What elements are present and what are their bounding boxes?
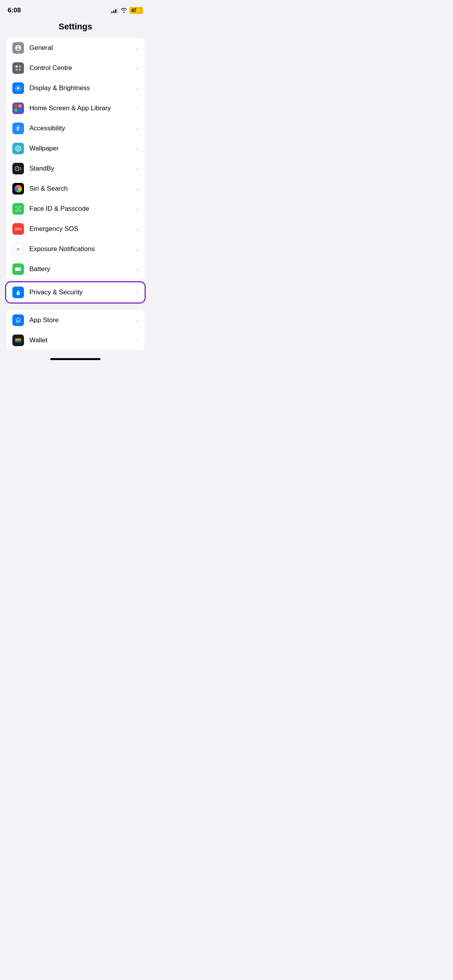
wallpaper-label: Wallpaper xyxy=(29,145,136,152)
svg-rect-3 xyxy=(19,69,21,71)
privacy-security-label: Privacy & Security xyxy=(29,289,136,296)
standby-icon xyxy=(12,163,24,174)
settings-item-standby[interactable]: StandBy › xyxy=(6,159,145,179)
accessibility-label: Accessibility xyxy=(29,125,136,132)
settings-item-general[interactable]: General › xyxy=(6,38,145,58)
svg-rect-21 xyxy=(19,340,21,341)
face-id-label: Face ID & Passcode xyxy=(29,205,136,213)
standby-label: StandBy xyxy=(29,165,136,172)
svg-point-14 xyxy=(20,249,20,249)
settings-item-battery[interactable]: Battery › xyxy=(6,259,145,279)
settings-item-display-brightness[interactable]: Display & Brightness › xyxy=(6,78,145,98)
wallet-label: Wallet xyxy=(29,336,136,344)
wallpaper-icon xyxy=(12,143,24,154)
exposure-icon xyxy=(12,243,24,255)
siri-search-label: Siri & Search xyxy=(29,185,136,193)
emergency-sos-icon: SOS xyxy=(12,223,24,235)
battery-status: 47 xyxy=(129,7,143,14)
settings-item-wallet[interactable]: Wallet › xyxy=(6,330,145,350)
settings-item-accessibility[interactable]: Accessibility › xyxy=(6,118,145,138)
svg-rect-2 xyxy=(15,69,17,71)
siri-search-icon xyxy=(12,183,24,195)
app-store-icon xyxy=(12,314,24,326)
exposure-chevron: › xyxy=(136,246,138,253)
privacy-security-chevron: › xyxy=(136,289,138,296)
settings-item-control-centre[interactable]: Control Centre › xyxy=(6,58,145,78)
settings-item-siri-search[interactable]: Siri & Search › xyxy=(6,179,145,199)
display-brightness-label: Display & Brightness xyxy=(29,84,136,92)
svg-rect-1 xyxy=(19,65,21,67)
svg-point-8 xyxy=(17,208,18,209)
settings-item-privacy-security[interactable]: Privacy & Security › xyxy=(6,282,145,302)
control-centre-chevron: › xyxy=(136,65,138,72)
battery-icon xyxy=(12,263,24,275)
display-brightness-chevron: › xyxy=(136,85,138,92)
wifi-icon xyxy=(121,7,127,14)
general-label: General xyxy=(29,44,136,52)
settings-item-face-id[interactable]: Face ID & Passcode › xyxy=(6,199,145,219)
svg-point-5 xyxy=(18,126,19,127)
app-store-chevron: › xyxy=(136,317,138,324)
svg-rect-0 xyxy=(15,65,17,67)
svg-point-9 xyxy=(19,208,20,209)
face-id-icon xyxy=(12,203,24,215)
settings-item-app-store[interactable]: App Store › xyxy=(6,310,145,330)
home-screen-chevron: › xyxy=(136,105,138,112)
status-icons: 47 xyxy=(111,7,143,14)
emergency-sos-label: Emergency SOS xyxy=(29,225,136,233)
svg-rect-16 xyxy=(16,268,20,270)
exposure-label: Exposure Notifications xyxy=(29,245,136,253)
general-icon xyxy=(12,42,24,54)
home-screen-icon xyxy=(12,102,24,114)
svg-point-4 xyxy=(17,87,19,89)
display-brightness-icon xyxy=(12,82,24,94)
settings-group-1: General › Control Centre › Display & Bri… xyxy=(6,38,145,279)
svg-point-6 xyxy=(18,148,19,149)
settings-item-wallpaper[interactable]: Wallpaper › xyxy=(6,138,145,159)
home-screen-label: Home Screen & App Library xyxy=(29,104,136,112)
status-time: 6:08 xyxy=(8,7,21,14)
accessibility-icon xyxy=(12,123,24,134)
face-id-chevron: › xyxy=(136,206,138,212)
app-store-label: App Store xyxy=(29,316,136,324)
wallet-chevron: › xyxy=(136,337,138,344)
standby-chevron: › xyxy=(136,166,138,172)
battery-label: Battery xyxy=(29,265,136,273)
settings-group-2: App Store › Wallet › xyxy=(6,310,145,350)
emergency-sos-chevron: › xyxy=(136,226,138,232)
page-title: Settings xyxy=(0,19,151,38)
privacy-security-group: Privacy & Security › xyxy=(6,282,145,302)
svg-rect-18 xyxy=(15,339,21,340)
control-centre-icon xyxy=(12,62,24,74)
wallet-icon xyxy=(12,335,24,346)
privacy-security-icon xyxy=(12,287,24,298)
status-bar: 6:08 47 xyxy=(0,0,151,19)
settings-item-exposure[interactable]: Exposure Notifications › xyxy=(6,239,145,259)
general-chevron: › xyxy=(136,45,138,51)
siri-search-chevron: › xyxy=(136,186,138,192)
accessibility-chevron: › xyxy=(136,125,138,132)
svg-point-12 xyxy=(18,251,19,251)
settings-item-home-screen[interactable]: Home Screen & App Library › xyxy=(6,98,145,118)
home-indicator xyxy=(50,358,100,360)
signal-bars-icon xyxy=(111,8,118,13)
svg-point-11 xyxy=(18,247,19,248)
settings-item-emergency-sos[interactable]: SOS Emergency SOS › xyxy=(6,219,145,239)
svg-point-13 xyxy=(16,249,17,249)
battery-chevron: › xyxy=(136,266,138,273)
svg-point-10 xyxy=(17,248,19,250)
control-centre-label: Control Centre xyxy=(29,64,136,72)
wallpaper-chevron: › xyxy=(136,145,138,152)
